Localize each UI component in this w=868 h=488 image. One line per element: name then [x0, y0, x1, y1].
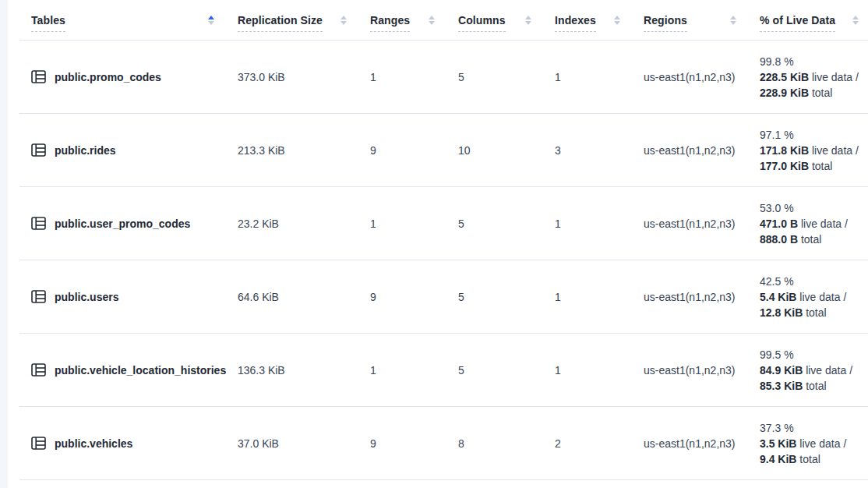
total-data-line: 9.4 KiB total: [760, 451, 868, 467]
table-header-row: Tables Replication Size Ranges Columns I…: [19, 0, 868, 41]
live-data-value: 171.8 KiB: [760, 144, 809, 157]
live-data-percent: 37.3 %: [760, 420, 868, 436]
replication-size-cell: 23.2 KiB: [238, 217, 370, 230]
table-name-link[interactable]: public.user_promo_codes: [55, 217, 190, 230]
columns-cell: 5: [458, 291, 555, 303]
regions-cell: us-east1(n1,n2,n3): [644, 144, 760, 157]
live-data-value: 5.4 KiB: [760, 291, 796, 303]
database-tables-page: Tables Replication Size Ranges Columns I…: [0, 0, 868, 488]
table-row[interactable]: public.user_promo_codes 23.2 KiB 1 5 1 u…: [19, 187, 868, 260]
regions-cell: us-east1(n1,n2,n3): [644, 364, 760, 377]
table-name-link[interactable]: public.vehicles: [55, 437, 132, 450]
column-header-tables[interactable]: Tables: [19, 14, 238, 27]
replication-size-cell: 373.0 KiB: [238, 71, 370, 83]
ranges-cell: 1: [370, 217, 458, 230]
total-data-line: 85.3 KiB total: [760, 378, 868, 394]
total-data-value: 12.8 KiB: [760, 306, 803, 319]
live-data-cell: 99.5 % 84.9 KiB live data / 85.3 KiB tot…: [760, 347, 868, 394]
column-header-label: Indexes: [555, 14, 596, 32]
column-header-replication-size[interactable]: Replication Size: [238, 14, 370, 27]
ranges-cell: 1: [370, 71, 458, 83]
table-icon: [31, 363, 46, 377]
live-data-suffix: live data /: [809, 71, 859, 83]
indexes-cell: 1: [555, 364, 644, 377]
column-header-regions[interactable]: Regions: [644, 14, 760, 27]
table-row[interactable]: public.rides 213.3 KiB 9 10 3 us-east1(n…: [19, 114, 868, 187]
page-left-gutter: [0, 0, 8, 488]
column-header-label: Regions: [644, 14, 687, 32]
live-data-suffix: live data /: [803, 364, 852, 377]
regions-cell: us-east1(n1,n2,n3): [644, 437, 760, 450]
live-data-suffix: live data /: [798, 217, 848, 230]
sort-icon[interactable]: [427, 14, 436, 27]
ranges-cell: 9: [370, 437, 458, 450]
replication-size-cell: 136.3 KiB: [238, 364, 370, 377]
columns-cell: 10: [458, 144, 555, 157]
column-header-label: Replication Size: [238, 14, 323, 32]
table-icon: [31, 290, 46, 303]
live-data-value: 84.9 KiB: [760, 364, 803, 377]
live-data-percent: 42.5 %: [760, 274, 868, 289]
total-data-suffix: total: [798, 233, 821, 246]
total-data-line: 228.9 KiB total: [760, 85, 868, 101]
live-data-percent: 53.0 %: [760, 200, 868, 216]
column-header-label: Columns: [458, 14, 506, 32]
sort-icon[interactable]: [339, 14, 348, 27]
live-data-line: 228.5 KiB live data /: [760, 69, 868, 85]
replication-size-cell: 213.3 KiB: [238, 144, 370, 157]
table-row[interactable]: public.promo_codes 373.0 KiB 1 5 1 us-ea…: [19, 41, 868, 114]
sort-icon[interactable]: [612, 14, 622, 27]
total-data-suffix: total: [809, 160, 832, 172]
column-header-columns[interactable]: Columns: [458, 14, 555, 27]
table-name-link[interactable]: public.users: [55, 291, 118, 303]
sort-icon[interactable]: [206, 14, 216, 27]
live-data-value: 471.0 B: [760, 217, 798, 230]
live-data-line: 84.9 KiB live data /: [760, 362, 868, 378]
ranges-cell: 9: [370, 291, 458, 303]
live-data-suffix: live data /: [796, 291, 846, 303]
indexes-cell: 2: [555, 437, 644, 450]
column-header-label: % of Live Data: [760, 14, 835, 32]
total-data-suffix: total: [796, 453, 820, 465]
total-data-suffix: total: [803, 306, 826, 319]
sort-icon[interactable]: [524, 14, 533, 27]
regions-cell: us-east1(n1,n2,n3): [644, 217, 760, 230]
live-data-cell: 37.3 % 3.5 KiB live data / 9.4 KiB total: [760, 420, 868, 467]
sort-icon[interactable]: [729, 14, 738, 27]
column-header-label: Tables: [31, 14, 65, 32]
live-data-line: 471.0 B live data /: [760, 216, 868, 232]
column-header-ranges[interactable]: Ranges: [370, 14, 458, 27]
column-header-indexes[interactable]: Indexes: [555, 14, 644, 27]
table-icon: [31, 70, 46, 83]
ranges-cell: 1: [370, 364, 458, 377]
table-row[interactable]: public.users 64.6 KiB 9 5 1 us-east1(n1,…: [19, 260, 868, 334]
table-name-link[interactable]: public.promo_codes: [55, 71, 161, 83]
live-data-line: 3.5 KiB live data /: [760, 436, 868, 451]
live-data-percent: 99.8 %: [760, 54, 868, 69]
table-row[interactable]: public.vehicle_location_histories 136.3 …: [19, 334, 868, 407]
regions-cell: us-east1(n1,n2,n3): [644, 291, 760, 303]
live-data-cell: 99.8 % 228.5 KiB live data / 228.9 KiB t…: [760, 54, 868, 101]
sort-icon[interactable]: [851, 14, 860, 27]
table-name-link[interactable]: public.vehicle_location_histories: [55, 364, 226, 377]
replication-size-cell: 37.0 KiB: [238, 437, 370, 450]
live-data-percent: 97.1 %: [760, 127, 868, 143]
live-data-suffix: live data /: [796, 437, 846, 450]
live-data-line: 171.8 KiB live data /: [760, 143, 868, 158]
columns-cell: 5: [458, 364, 555, 377]
live-data-percent: 99.5 %: [760, 347, 868, 362]
column-header-live-data[interactable]: % of Live Data: [760, 14, 868, 27]
table-name-link[interactable]: public.rides: [55, 144, 116, 157]
column-header-label: Ranges: [370, 14, 410, 32]
total-data-value: 228.9 KiB: [760, 87, 809, 99]
table-row[interactable]: public.vehicles 37.0 KiB 9 8 2 us-east1(…: [19, 407, 868, 480]
total-data-value: 85.3 KiB: [760, 380, 803, 392]
indexes-cell: 3: [555, 144, 644, 157]
indexes-cell: 1: [555, 291, 644, 303]
live-data-value: 228.5 KiB: [760, 71, 809, 83]
table-icon: [31, 143, 46, 157]
ranges-cell: 9: [370, 144, 458, 157]
live-data-value: 3.5 KiB: [760, 437, 796, 450]
table-body: public.promo_codes 373.0 KiB 1 5 1 us-ea…: [19, 41, 868, 480]
columns-cell: 5: [458, 217, 555, 230]
